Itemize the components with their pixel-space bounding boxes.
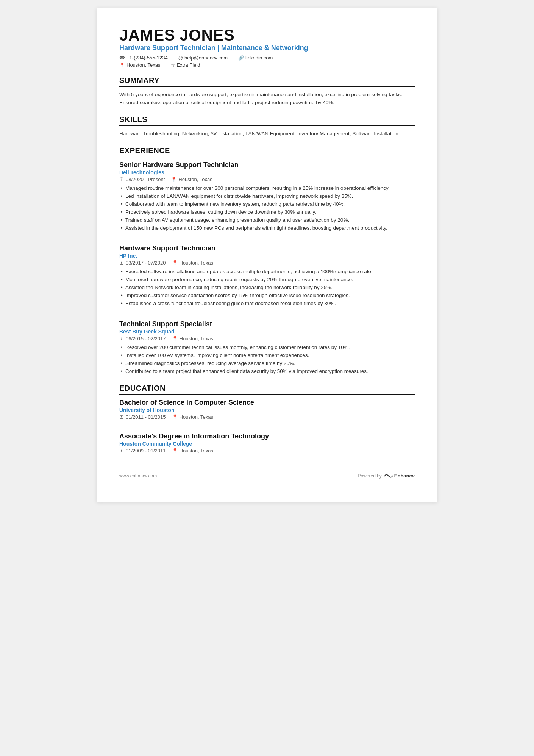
bullet-item: Established a cross-functional troublesh… (119, 300, 415, 308)
exp-company-1: HP Inc. (119, 253, 415, 259)
edu-meta-1: 🗓 01/2009 - 01/2011 📍 Houston, Texas (119, 448, 415, 454)
email-icon: @ (178, 55, 183, 61)
bullet-item: Assisted in the deployment of 150 new PC… (119, 224, 415, 232)
header-section: JAMES JONES Hardware Support Technician … (119, 27, 415, 68)
bullet-item: Led installation of LAN/WAN equipment fo… (119, 193, 415, 200)
summary-section: SUMMARY With 5 years of experience in ha… (119, 76, 415, 107)
bullet-item: Contributed to a team project that enhan… (119, 368, 415, 376)
star-icon: ☆ (171, 63, 175, 68)
bullet-item: Trained staff on AV equipment usage, enh… (119, 216, 415, 224)
summary-text: With 5 years of experience in hardware s… (119, 91, 415, 107)
extra-field-contact: ☆ Extra Field (171, 62, 200, 68)
exp-bullets-0: Managed routine maintenance for over 300… (119, 185, 415, 232)
bullet-item: Streamlined diagnostics processes, reduc… (119, 360, 415, 368)
exp-meta-0: 🗓 08/2020 - Present 📍 Houston, Texas (119, 177, 415, 182)
calendar-icon-2: 🗓 (119, 336, 124, 341)
location-icon-edu-1: 📍 (172, 448, 178, 454)
exp-date-0: 🗓 08/2020 - Present (119, 177, 165, 182)
exp-job-title-2: Technical Support Specialist (119, 320, 415, 328)
exp-entry-hp: Hardware Support Technician HP Inc. 🗓 03… (119, 244, 415, 314)
exp-bullets-1: Executed software installations and upda… (119, 268, 415, 308)
enhancv-icon (384, 473, 393, 479)
education-section: EDUCATION Bachelor of Science in Compute… (119, 384, 415, 454)
resume-page: JAMES JONES Hardware Support Technician … (97, 8, 437, 502)
edu-location-0: 📍 Houston, Texas (172, 414, 213, 420)
location-icon-1: 📍 (172, 260, 178, 266)
email-contact: @ help@enhancv.com (178, 55, 228, 61)
edu-entry-hcc: Associate's Degree in Information Techno… (119, 432, 415, 454)
bullet-item: Collaborated with team to implement new … (119, 200, 415, 208)
exp-location-1: 📍 Houston, Texas (172, 260, 213, 266)
bullet-item: Proactively solved hardware issues, cutt… (119, 208, 415, 216)
bullet-item: Executed software installations and upda… (119, 268, 415, 276)
exp-location-2: 📍 Houston, Texas (172, 336, 213, 341)
skills-section: SKILLS Hardware Troubleshooting, Network… (119, 115, 415, 138)
edu-entry-uh: Bachelor of Science in Computer Science … (119, 399, 415, 426)
location-contact: 📍 Houston, Texas (119, 62, 160, 68)
exp-meta-2: 🗓 06/2015 - 02/2017 📍 Houston, Texas (119, 336, 415, 341)
edu-date-0: 🗓 01/2011 - 01/2015 (119, 414, 166, 420)
skills-title: SKILLS (119, 115, 415, 126)
exp-job-title-1: Hardware Support Technician (119, 244, 415, 252)
candidate-title: Hardware Support Technician | Maintenanc… (119, 44, 415, 52)
linkedin-contact: 🔗 linkedin.com (238, 55, 273, 61)
edu-date-1: 🗓 01/2009 - 01/2011 (119, 448, 166, 454)
bullet-item: Resolved over 200 customer technical iss… (119, 344, 415, 352)
exp-entry-bestbuy: Technical Support Specialist Best Buy Ge… (119, 320, 415, 376)
exp-meta-1: 🗓 03/2017 - 07/2020 📍 Houston, Texas (119, 260, 415, 266)
bullet-item: Assisted the Network team in cabling ins… (119, 284, 415, 292)
calendar-icon-1: 🗓 (119, 260, 124, 266)
bullet-item: Improved customer service satisfaction s… (119, 292, 415, 300)
exp-bullets-2: Resolved over 200 customer technical iss… (119, 344, 415, 376)
edu-school-1: Houston Community College (119, 441, 415, 447)
location-icon-2: 📍 (172, 336, 178, 341)
exp-job-title-0: Senior Hardware Support Technician (119, 161, 415, 169)
location-icon: 📍 (119, 63, 125, 68)
phone-contact: ☎ +1-(234)-555-1234 (119, 55, 168, 61)
brand-name: Enhancv (394, 473, 415, 479)
contact-row-2: 📍 Houston, Texas ☆ Extra Field (119, 62, 415, 68)
bullet-item: Monitored hardware performance, reducing… (119, 276, 415, 284)
exp-date-2: 🗓 06/2015 - 02/2017 (119, 336, 166, 341)
edu-school-0: University of Houston (119, 407, 415, 413)
exp-location-0: 📍 Houston, Texas (171, 177, 212, 182)
location-icon-edu-0: 📍 (172, 414, 178, 420)
experience-title: EXPERIENCE (119, 146, 415, 157)
footer-brand: Powered by Enhancv (358, 473, 415, 479)
edu-location-1: 📍 Houston, Texas (172, 448, 213, 454)
contact-row-1: ☎ +1-(234)-555-1234 @ help@enhancv.com 🔗… (119, 55, 415, 61)
exp-entry-dell: Senior Hardware Support Technician Dell … (119, 161, 415, 239)
calendar-icon-0: 🗓 (119, 177, 124, 182)
bullet-item: Installed over 100 AV systems, improving… (119, 352, 415, 360)
linkedin-icon: 🔗 (238, 55, 244, 61)
summary-title: SUMMARY (119, 76, 415, 87)
powered-by-text: Powered by (358, 473, 381, 479)
exp-company-2: Best Buy Geek Squad (119, 329, 415, 335)
enhancv-logo: Enhancv (384, 473, 415, 479)
experience-section: EXPERIENCE Senior Hardware Support Techn… (119, 146, 415, 376)
calendar-icon-edu-0: 🗓 (119, 414, 124, 420)
bullet-item: Managed routine maintenance for over 300… (119, 185, 415, 193)
phone-icon: ☎ (119, 55, 125, 61)
location-icon-0: 📍 (171, 177, 177, 182)
edu-meta-0: 🗓 01/2011 - 01/2015 📍 Houston, Texas (119, 414, 415, 420)
footer-website: www.enhancv.com (119, 473, 157, 479)
candidate-name: JAMES JONES (119, 27, 415, 44)
footer: www.enhancv.com Powered by Enhancv (119, 469, 415, 479)
exp-date-1: 🗓 03/2017 - 07/2020 (119, 260, 166, 266)
edu-degree-0: Bachelor of Science in Computer Science (119, 399, 415, 407)
education-title: EDUCATION (119, 384, 415, 395)
exp-company-0: Dell Technologies (119, 169, 415, 175)
edu-degree-1: Associate's Degree in Information Techno… (119, 432, 415, 440)
skills-text: Hardware Troubleshooting, Networking, AV… (119, 130, 415, 138)
calendar-icon-edu-1: 🗓 (119, 448, 124, 454)
